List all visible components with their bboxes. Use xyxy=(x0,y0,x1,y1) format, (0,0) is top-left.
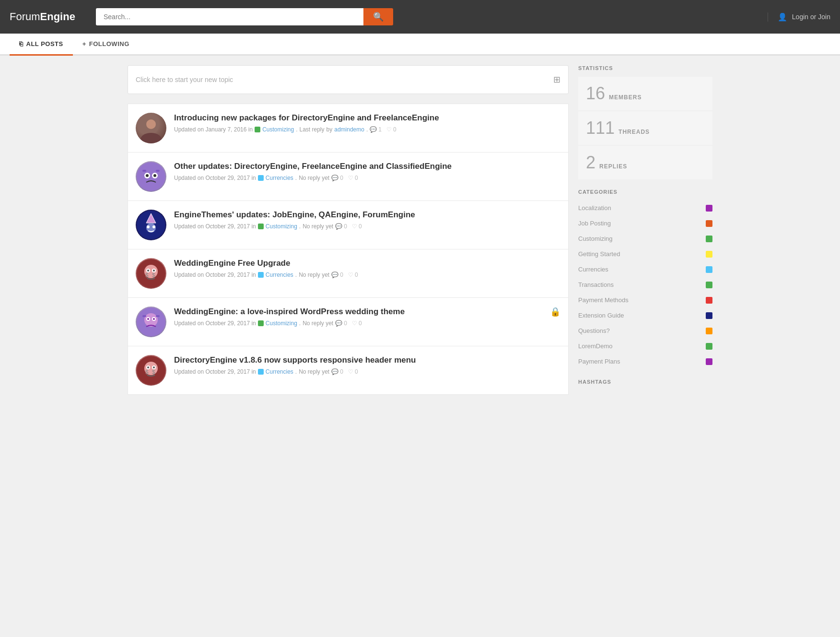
sidebar-item-questions[interactable]: Questions? xyxy=(578,323,712,339)
post-meta: Updated on October 29, 2017 in Customizi… xyxy=(174,320,542,327)
no-reply: No reply yet xyxy=(299,368,329,375)
category-dot xyxy=(706,251,712,258)
post-title[interactable]: DirectoryEngine v1.8.6 now supports resp… xyxy=(174,355,560,366)
list-item: $$ WeddingEngine Free Upgrade Updated on… xyxy=(128,249,569,297)
category-name: Extension Guide xyxy=(578,312,624,319)
category-dot xyxy=(706,297,712,304)
sidebar-item-payment-methods[interactable]: Payment Methods xyxy=(578,293,712,308)
comment-count: 💬 0 xyxy=(331,175,343,181)
category-badge xyxy=(258,320,264,326)
category-dot xyxy=(706,312,712,319)
logo-bold: Engine xyxy=(40,11,75,23)
svg-rect-10 xyxy=(156,170,160,172)
members-label: MEMBERS xyxy=(609,94,642,101)
svg-point-36 xyxy=(147,366,149,368)
category-name: Questions? xyxy=(578,327,610,334)
svg-point-28 xyxy=(147,318,149,320)
category-dot xyxy=(706,236,712,242)
new-topic-box[interactable]: Click here to start your new topic ⊞ xyxy=(128,65,569,94)
category-dot xyxy=(706,282,712,288)
post-title[interactable]: EngineThemes' updates: JobEngine, QAEngi… xyxy=(174,210,560,220)
sidebar-item-currencies[interactable]: Currencies xyxy=(578,262,712,277)
svg-point-29 xyxy=(153,318,155,320)
category-link[interactable]: Currencies xyxy=(266,368,293,375)
replies-label: REPLIES xyxy=(599,163,627,170)
post-content: DirectoryEngine v1.8.6 now supports resp… xyxy=(174,355,560,375)
sidebar-item-getting-started[interactable]: Getting Started xyxy=(578,247,712,262)
category-badge xyxy=(258,369,264,375)
like-count: ♡ 0 xyxy=(352,223,362,230)
header: ForumEngine 🔍 👤 Login or Join xyxy=(0,0,840,34)
like-count: ♡ 0 xyxy=(348,175,358,181)
post-stats: 💬 0 ♡ 0 xyxy=(331,175,358,181)
post-meta: Updated on October 29, 2017 in Currencie… xyxy=(174,271,560,278)
category-link[interactable]: Customizing xyxy=(266,223,297,230)
post-meta: Updated on October 29, 2017 in Currencie… xyxy=(174,175,560,181)
category-name: Customizing xyxy=(578,235,613,242)
tab-following[interactable]: + FOLLOWING xyxy=(73,34,139,56)
svg-point-4 xyxy=(137,162,165,191)
comment-count: 💬 0 xyxy=(335,320,347,327)
svg-text:$: $ xyxy=(145,369,149,376)
sidebar-item-transactions[interactable]: Transactions xyxy=(578,277,712,293)
lock-icon: 🔒 xyxy=(550,307,560,317)
post-stats: 💬 0 ♡ 0 xyxy=(335,223,362,230)
post-stats: 💬 1 ♡ 0 xyxy=(370,126,396,133)
like-count: ♡ 0 xyxy=(386,126,397,133)
list-item: EngineThemes' updates: JobEngine, QAEngi… xyxy=(128,201,569,249)
tab-following-label: FOLLOWING xyxy=(89,40,129,47)
sidebar-item-payment-plans[interactable]: Payment Plans xyxy=(578,354,712,369)
category-name: Localization xyxy=(578,204,611,212)
threads-stat: 111 THREADS xyxy=(578,111,712,145)
no-reply: No reply yet xyxy=(303,223,333,230)
list-item: Other updates: DirectoryEngine, Freelanc… xyxy=(128,152,569,201)
list-item: Introducing new packages for DirectoryEn… xyxy=(128,104,569,152)
post-title[interactable]: WeddingEngine: a love-inspired WordPress… xyxy=(174,307,542,317)
no-reply: No reply yet xyxy=(299,175,329,181)
search-input[interactable] xyxy=(96,8,363,25)
post-title[interactable]: Other updates: DirectoryEngine, Freelanc… xyxy=(174,161,560,172)
avatar xyxy=(136,210,166,240)
category-dot xyxy=(706,343,712,350)
avatar xyxy=(136,161,166,192)
post-content: Other updates: DirectoryEngine, Freelanc… xyxy=(174,161,560,181)
nav-tabs: ⎗ ALL POSTS + FOLLOWING xyxy=(0,34,840,56)
sidebar-item-extension-guide[interactable]: Extension Guide xyxy=(578,308,712,323)
new-topic-icon: ⊞ xyxy=(553,74,560,85)
list-item: $$ DirectoryEngine v1.8.6 now supports r… xyxy=(128,346,569,395)
login-link[interactable]: Login or Join xyxy=(792,13,830,21)
category-dot xyxy=(706,328,712,334)
author-link[interactable]: admindemo xyxy=(334,126,364,133)
post-meta: Updated on October 29, 2017 in Customizi… xyxy=(174,223,560,230)
search-button[interactable]: 🔍 xyxy=(363,8,393,25)
main-container: Click here to start your new topic ⊞ Int… xyxy=(118,65,722,395)
category-link[interactable]: Currencies xyxy=(266,175,293,181)
sidebar-item-job-posting[interactable]: Job Posting xyxy=(578,216,712,231)
post-title[interactable]: WeddingEngine Free Upgrade xyxy=(174,258,560,269)
svg-text:$: $ xyxy=(145,272,149,279)
svg-point-1 xyxy=(146,119,156,129)
category-link[interactable]: Customizing xyxy=(266,320,297,327)
sidebar-item-customizing[interactable]: Customizing xyxy=(578,231,712,247)
svg-text:$: $ xyxy=(152,369,155,376)
category-link[interactable]: Customizing xyxy=(262,126,294,133)
search-wrapper: 🔍 xyxy=(96,8,393,25)
svg-point-37 xyxy=(153,366,155,368)
avatar xyxy=(136,113,166,143)
sidebar-item-localization[interactable]: Localization xyxy=(578,201,712,216)
post-list: Introducing new packages for DirectoryEn… xyxy=(128,104,569,395)
post-content: WeddingEngine Free Upgrade Updated on Oc… xyxy=(174,258,560,278)
category-badge xyxy=(258,272,264,278)
category-badge xyxy=(255,127,260,132)
statistics-title: STATISTICS xyxy=(578,65,712,71)
tab-all-posts[interactable]: ⎗ ALL POSTS xyxy=(10,34,73,56)
sidebar-item-lorem-demo[interactable]: LoremDemo xyxy=(578,339,712,354)
comment-count: 💬 0 xyxy=(331,368,343,375)
search-icon: 🔍 xyxy=(373,12,384,22)
category-link[interactable]: Currencies xyxy=(266,271,293,278)
user-icon: 👤 xyxy=(778,12,787,22)
post-title[interactable]: Introducing new packages for DirectoryEn… xyxy=(174,113,560,123)
header-right: 👤 Login or Join xyxy=(768,12,830,22)
members-stat: 16 MEMBERS xyxy=(578,77,712,110)
like-count: ♡ 0 xyxy=(348,271,358,278)
